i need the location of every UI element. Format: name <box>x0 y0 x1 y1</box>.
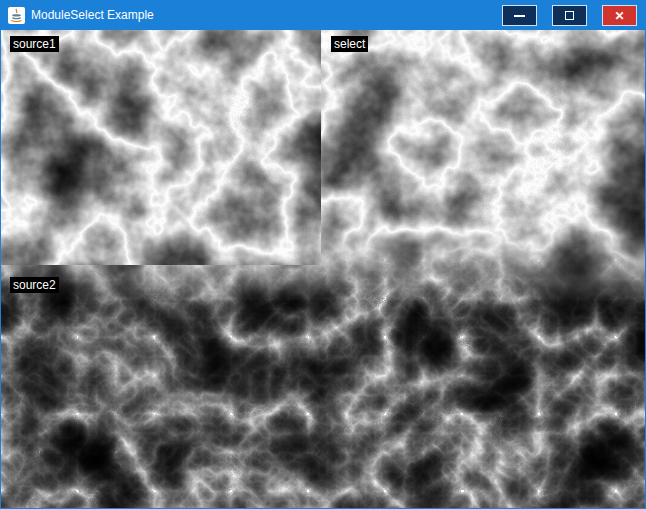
source2-label: source2 <box>10 277 59 293</box>
noise-source1-layer <box>1 30 321 265</box>
select-label: select <box>331 36 368 52</box>
titlebar[interactable]: ModuleSelect Example ✕ <box>1 1 645 30</box>
maximize-icon <box>565 11 574 20</box>
maximize-button[interactable] <box>552 5 587 26</box>
close-icon: ✕ <box>614 10 624 22</box>
java-app-icon <box>8 7 25 24</box>
minimize-icon <box>514 15 525 17</box>
window-title: ModuleSelect Example <box>31 1 154 30</box>
render-area: source1 select source2 <box>1 30 645 508</box>
close-button[interactable]: ✕ <box>602 5 637 26</box>
app-window: ModuleSelect Example ✕ <box>0 0 646 509</box>
source1-label: source1 <box>10 36 59 52</box>
minimize-button[interactable] <box>502 5 537 26</box>
noise-canvas <box>1 30 645 508</box>
